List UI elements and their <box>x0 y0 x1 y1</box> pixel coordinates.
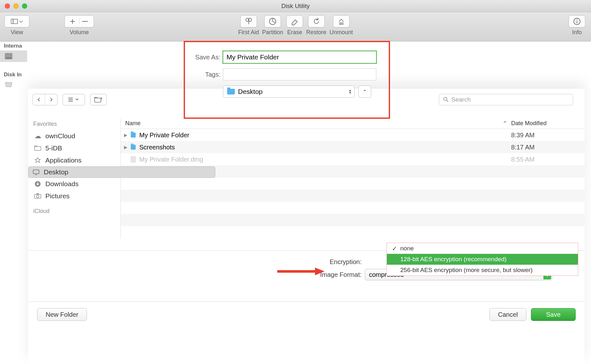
empty-row <box>121 214 585 226</box>
internal-disk-item[interactable] <box>0 50 27 62</box>
empty-row <box>121 178 585 190</box>
disclosure-icon[interactable]: ▶ <box>124 145 130 150</box>
file-row[interactable]: ▶ Screenshots 8:17 AM <box>121 141 585 153</box>
svg-point-11 <box>444 97 447 101</box>
search-placeholder: Search <box>451 96 471 103</box>
search-input[interactable]: Search <box>439 94 573 105</box>
first-aid-label: First Aid <box>238 29 259 36</box>
column-name[interactable]: Name <box>121 120 498 127</box>
partition-label: Partition <box>262 29 283 36</box>
favorites-heading: Favorites <box>28 118 120 130</box>
empty-row <box>121 202 585 214</box>
svg-rect-13 <box>33 170 39 174</box>
restore-button[interactable] <box>308 15 325 27</box>
stepper-icon: ▲▼ <box>349 89 352 94</box>
collapse-button[interactable]: ⌃ <box>358 86 371 98</box>
internal-section: Interna <box>0 42 27 50</box>
svg-point-7 <box>577 19 578 20</box>
svg-rect-10 <box>95 98 101 102</box>
tags-label: Tags: <box>188 71 223 78</box>
svg-point-16 <box>36 195 39 198</box>
new-folder-icon-button[interactable] <box>90 94 107 105</box>
encryption-option-none[interactable]: none <box>387 243 578 254</box>
unmount-button[interactable] <box>333 15 349 27</box>
encryption-label: Encryption: <box>28 258 365 266</box>
empty-row <box>121 226 585 238</box>
svg-rect-1 <box>13 19 18 24</box>
titlebar: Disk Utility <box>0 0 591 12</box>
disk-images-section: Disk In <box>0 70 27 79</box>
sidebar-item-5idb[interactable]: 5-iDB <box>28 142 120 154</box>
svg-marker-20 <box>315 268 325 275</box>
view-button[interactable] <box>4 15 29 27</box>
partition-button[interactable] <box>264 15 281 27</box>
encryption-option-128[interactable]: 128-bit AES encryption (recommended) <box>387 254 578 265</box>
toolbar: View Volume First Aid Partition Erase Re… <box>0 12 591 42</box>
encryption-menu[interactable]: none 128-bit AES encryption (recommended… <box>387 243 578 276</box>
encryption-option-256[interactable]: 256-bit AES encryption (more secure, but… <box>387 265 578 276</box>
save-sheet: Search Favorites ☁ownCloud 5-iDB Applica… <box>28 89 585 364</box>
info-button[interactable] <box>569 15 585 27</box>
volume-buttons[interactable] <box>65 15 94 27</box>
folder-icon <box>130 132 139 138</box>
restore-label: Restore <box>306 29 326 36</box>
view-mode-select[interactable] <box>63 94 85 105</box>
annotation-arrow-icon <box>277 267 325 276</box>
search-icon <box>443 97 449 102</box>
forward-button[interactable] <box>45 94 57 105</box>
dmg-file-icon <box>130 156 139 163</box>
svg-rect-9 <box>6 57 12 58</box>
empty-row <box>121 190 585 202</box>
window-title: Disk Utility <box>0 3 591 10</box>
svg-rect-0 <box>11 19 13 24</box>
tags-input[interactable] <box>223 68 376 80</box>
erase-button[interactable] <box>286 15 303 27</box>
folder-icon <box>130 144 139 150</box>
view-label: View <box>11 29 23 36</box>
file-row[interactable]: ▶ My Private Folder 8:39 AM <box>121 129 585 141</box>
new-folder-button[interactable]: New Folder <box>37 308 87 321</box>
first-aid-button[interactable] <box>240 15 257 27</box>
location-select[interactable]: Desktop ▲▼ <box>223 86 355 98</box>
back-button[interactable] <box>33 94 45 105</box>
applications-icon <box>34 157 42 163</box>
save-as-label: Save As: <box>188 54 223 61</box>
sidebar-item-pictures[interactable]: Pictures <box>28 190 120 202</box>
folder-icon <box>34 146 42 151</box>
favorites-sidebar: Favorites ☁ownCloud 5-iDB Applications D… <box>28 118 121 239</box>
sidebar-item-downloads[interactable]: Downloads <box>28 178 120 190</box>
svg-rect-12 <box>35 147 41 150</box>
info-label: Info <box>572 29 582 36</box>
save-as-input[interactable] <box>223 51 376 63</box>
save-button[interactable]: Save <box>531 308 576 321</box>
column-date[interactable]: Date Modified <box>511 120 585 127</box>
svg-rect-17 <box>37 193 39 194</box>
erase-label: Erase <box>287 29 302 36</box>
icloud-heading: iCloud <box>28 205 120 217</box>
nav-back-forward[interactable] <box>33 94 58 105</box>
downloads-icon <box>34 180 42 187</box>
svg-rect-18 <box>131 156 135 162</box>
sidebar-item-desktop[interactable]: Desktop <box>28 166 215 178</box>
desktop-icon <box>32 169 40 175</box>
column-headers[interactable]: Name ⌃ Date Modified <box>121 118 585 129</box>
unmount-label: Unmount <box>330 29 353 36</box>
cloud-icon: ☁ <box>34 132 42 140</box>
sidebar-item-applications[interactable]: Applications <box>28 154 120 166</box>
file-row-disabled: My Private Folder.dmg 8:55 AM <box>121 153 585 165</box>
sidebar-item-owncloud[interactable]: ☁ownCloud <box>28 130 120 142</box>
volume-label: Volume <box>70 29 89 36</box>
disclosure-icon[interactable]: ▶ <box>124 133 130 138</box>
folder-icon <box>227 89 235 95</box>
cancel-button[interactable]: Cancel <box>489 308 526 321</box>
device-sidebar: Interna Disk In <box>0 42 27 90</box>
location-value: Desktop <box>238 88 263 95</box>
sort-indicator-icon[interactable]: ⌃ <box>498 120 511 127</box>
disk-image-item[interactable] <box>0 79 27 90</box>
pictures-icon <box>34 193 42 199</box>
